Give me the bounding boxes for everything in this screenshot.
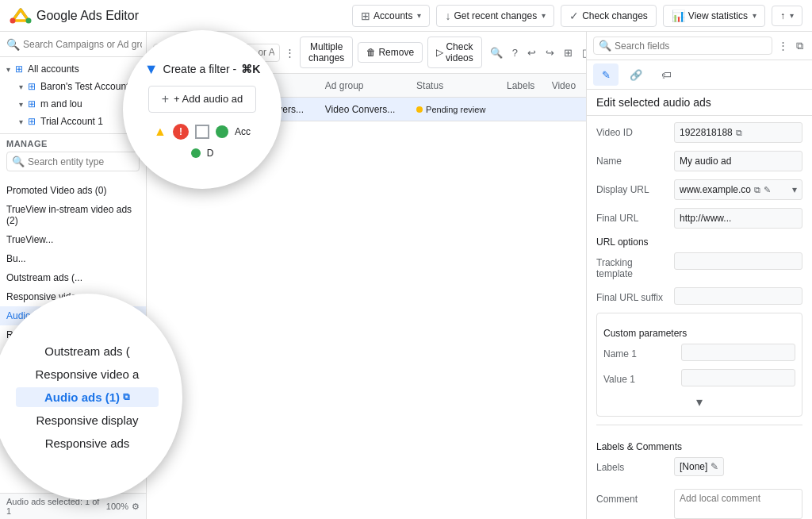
row-name: audio ad [173,98,227,121]
entity-responsive-video[interactable]: Responsive video a... [0,287,146,306]
col-campaign: Campaign [228,74,319,98]
account-trial[interactable]: ▾ ⊞ Trial Account 1 [0,113,146,130]
toolbar-layout-icon[interactable]: ◫ [579,44,586,62]
field-value-display-url: www.example.co ⧉ ✎ ▾ [674,179,802,200]
sidebar-search-bar[interactable]: 🔍 ⋮ [0,32,146,57]
entity-promoted-video[interactable]: Promoted Video ads (0) [0,181,146,200]
row-checkbox[interactable] [153,102,164,113]
zoom-control[interactable]: 100% ⚙ [106,502,140,512]
account-manlou-icon: ⊞ [28,98,36,110]
get-recent-button[interactable]: ↓ Get recent changes ▾ [436,5,554,27]
entity-bu[interactable]: Bu... [0,249,146,268]
table-row[interactable]: audio ad Video Convers... Video Convers.… [147,98,586,121]
logo-icon [10,5,32,27]
toolbar-redo-icon[interactable]: ↪ [542,44,557,62]
display-url-ext-icon[interactable]: ⧉ [754,185,760,195]
audio-ads-ext-icon[interactable]: ⧉ [67,312,73,321]
field-row-display-url: Display URL www.example.co ⧉ ✎ ▾ [596,179,802,200]
expand-params-icon[interactable]: ▾ [696,395,703,409]
edit-tab-pencil[interactable]: ✎ [593,63,619,86]
entity-responsive-display[interactable]: Responsive display... [0,325,146,344]
edit-tab-link[interactable]: 🔗 [623,63,649,86]
col-adgroup: Ad group [319,74,410,98]
display-url-edit-icon[interactable]: ✎ [764,185,771,195]
accounts-caret-icon: ▾ [417,11,421,20]
row-campaign: Video Convers... [228,98,319,121]
row-video [546,98,586,121]
multiple-changes-button[interactable]: Multiple changes [300,37,353,68]
col-status: Status [410,74,500,98]
accounts-grid-icon: ⊞ [361,10,370,22]
check-videos-button[interactable]: ▷ Check videos [427,37,482,68]
right-panel: 🔍 ⋮ ⧉ ✎ 🔗 🏷 Edit selected audio ads Vide… [586,32,812,519]
view-statistics-button[interactable]: 📊 View statistics ▾ [663,5,765,27]
entity-search-icon: 🔍 [12,156,25,167]
sidebar: 🔍 ⋮ ▾ ⊞ All accounts ▾ ⊞ Baron's Test Ac… [0,32,147,519]
field-row-value1: Value 1 [603,369,795,386]
accounts-button[interactable]: ⊞ Accounts ▾ [352,5,430,27]
account-trial-icon: ⊞ [28,116,36,127]
field-value-name1[interactable] [681,344,795,361]
toolbar-grid-icon[interactable]: ⊞ [561,44,576,62]
entity-trueview-instream[interactable]: TrueView in-stream video ads (2) [0,200,146,230]
videoid-ext-icon[interactable]: ⧉ [736,128,742,138]
field-row-name1: Name 1 [603,344,795,361]
upload-button[interactable]: ↑ ▾ [772,6,802,26]
right-panel-header: 🔍 ⋮ ⧉ [587,32,812,60]
col-name: Name [173,74,227,98]
edit-tabs: ✎ 🔗 🏷 [587,60,812,90]
toolbar-more-icon[interactable]: ⋮ [285,47,295,59]
all-accounts-item[interactable]: ▾ ⊞ All accounts [0,60,146,78]
field-value-final-url: http://www... [674,208,802,229]
main-layout: 🔍 ⋮ ▾ ⊞ All accounts ▾ ⊞ Baron's Test Ac… [0,32,812,519]
entity-audio-ads[interactable]: Audio ads (1) ⧉ [0,306,146,325]
field-row-comment: Comment [596,489,802,519]
comment-field[interactable] [674,489,802,519]
field-value-videoid: 1922818188 ⧉ [674,122,802,143]
entity-ca[interactable]: Ca... [0,363,146,383]
field-value-final-suffix[interactable] [674,287,802,305]
select-all-checkbox[interactable] [153,79,164,90]
entity-gmail-image[interactable]: Gmail image template (0) [0,402,146,421]
field-value-value1[interactable] [681,369,795,386]
edit-tab-tag[interactable]: 🏷 [653,63,679,86]
entity-responsive-ads[interactable]: Responsive ads ... [0,344,146,363]
content-area: 🔍 ⋮ Multiple changes 🗑 Remove ▷ Check vi… [147,32,586,519]
check-changes-button[interactable]: ✓ Check changes [561,5,657,27]
entity-search[interactable]: 🔍 ⋮ [6,152,140,171]
entity-gmail-a[interactable]: Gmail a... [0,383,146,402]
account-barons[interactable]: ▾ ⊞ Baron's Test Account [0,78,146,95]
right-search-icon: 🔍 [599,40,611,52]
right-search-input[interactable] [615,40,767,52]
labels-edit-icon[interactable]: ✎ [710,461,718,472]
entity-search-input[interactable] [28,156,147,167]
edit-panel-title: Edit selected audio ads [587,90,812,116]
toolbar-search-icon2[interactable]: 🔍 [487,44,506,62]
col-labels: Labels [500,74,546,98]
toolbar-search[interactable]: 🔍 [153,44,280,62]
entity-trueview[interactable]: TrueView... [0,230,146,249]
row-labels [500,98,546,121]
right-panel-expand-icon[interactable]: ⧉ [794,37,806,55]
sidebar-search-input[interactable] [23,39,142,50]
right-panel-more-icon[interactable]: ⋮ [776,37,791,54]
account-manlou-expand-icon: ▾ [19,100,23,109]
right-panel-search[interactable]: 🔍 [593,37,772,55]
upload-icon: ↑ [780,10,785,21]
toolbar-undo-icon[interactable]: ↩ [524,44,539,62]
toolbar-search-input[interactable] [174,47,274,58]
field-row-name: Name My audio ad [596,151,802,171]
toolbar-help-icon[interactable]: ? [509,44,521,62]
svg-point-0 [10,17,16,23]
all-accounts-expand-icon: ▾ [6,65,10,74]
download-icon: ↓ [445,10,450,22]
account-manlou[interactable]: ▾ ⊞ m and lou [0,95,146,113]
manage-section: MANAGE 🔍 ⋮ [0,134,146,181]
chart-icon: 📊 [672,10,685,22]
view-stats-caret-icon: ▾ [753,11,756,20]
remove-button[interactable]: 🗑 Remove [358,42,423,63]
toolbar: 🔍 ⋮ Multiple changes 🗑 Remove ▷ Check vi… [147,32,586,74]
field-value-tracking[interactable] [674,252,802,270]
entity-outstream[interactable]: Outstream ads (... [0,268,146,287]
zoom-settings-icon[interactable]: ⚙ [132,502,140,512]
